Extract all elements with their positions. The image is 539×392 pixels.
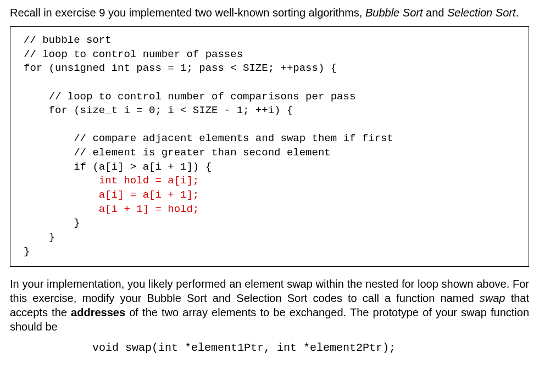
swap-term: swap (480, 292, 505, 304)
code-listing: // bubble sort // loop to control number… (10, 26, 529, 267)
code-line: for (size_t i = 0; i < SIZE - 1; ++i) { (24, 104, 293, 116)
code-line-highlight: int hold = a[i]; (24, 175, 199, 187)
function-prototype: void swap(int *element1Ptr, int *element… (10, 341, 529, 354)
selection-sort-term: Selection Sort (447, 7, 516, 19)
code-line: } (24, 217, 80, 229)
instruction-text-1: In your implementation, you likely perfo… (10, 278, 529, 304)
bubble-sort-term: Bubble Sort (365, 7, 423, 19)
code-line: // loop to control number of comparisons… (24, 91, 355, 103)
intro-text-3: . (515, 7, 519, 19)
code-line-highlight: a[i + 1] = hold; (24, 203, 199, 215)
intro-text-1: Recall in exercise 9 you implemented two… (10, 7, 365, 19)
code-line: } (24, 231, 55, 243)
code-line: if (a[i] > a[i + 1]) { (24, 161, 212, 173)
intro-paragraph: Recall in exercise 9 you implemented two… (10, 5, 529, 20)
code-line: // compare adjacent elements and swap th… (24, 132, 393, 144)
addresses-term: addresses (71, 306, 125, 318)
code-line: for (unsigned int pass = 1; pass < SIZE;… (24, 62, 337, 74)
code-line: // bubble sort (24, 34, 112, 46)
code-line-highlight: a[i] = a[i + 1]; (24, 189, 199, 201)
code-line: // loop to control number of passes (24, 48, 243, 60)
code-line: } (24, 245, 30, 257)
intro-text-2: and (423, 7, 447, 19)
code-line: // element is greater than second elemen… (24, 147, 331, 159)
instruction-paragraph: In your implementation, you likely perfo… (10, 277, 529, 334)
